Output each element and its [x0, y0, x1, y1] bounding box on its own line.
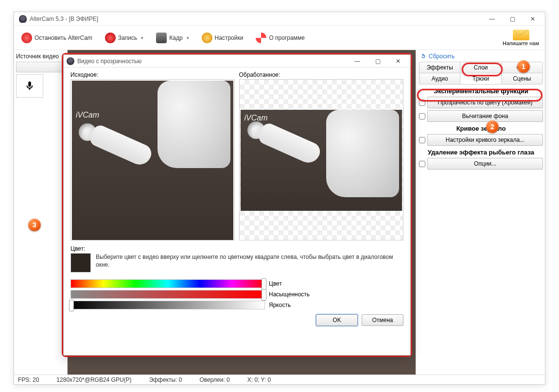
source-label: Источник видео — [16, 53, 65, 60]
hue-label: Цвет — [269, 280, 282, 287]
group-mirror: Кривое зеркало — [419, 125, 543, 132]
status-effects: Эффекты: 0 — [149, 376, 182, 383]
tab-scenes[interactable]: Сцены — [502, 73, 542, 84]
transparency-dialog: Видео с прозрачностью — ▢ ✕ Исходное: iV… — [63, 54, 411, 356]
source-dropdown[interactable] — [16, 62, 65, 72]
about-button[interactable]: О программе — [251, 30, 309, 46]
stop-button[interactable]: Остановить AlterCam — [17, 30, 97, 46]
group-experimental: Экспериментальные функции — [419, 87, 543, 95]
dialog-titlebar: Видео с прозрачностью — ▢ ✕ — [64, 55, 410, 68]
app-icon — [67, 57, 74, 65]
about-label: О программе — [269, 34, 304, 41]
brightness-label: Яркость — [269, 302, 291, 308]
ivcam-watermark: iVCam — [76, 111, 99, 119]
chromakey-row: Прозрачность по цвету (Хромакей) — [419, 97, 543, 108]
bgsub-checkbox[interactable] — [419, 113, 425, 119]
minimize-button[interactable]: — — [482, 12, 502, 26]
maximize-button[interactable]: ▢ — [502, 12, 523, 26]
gear-icon — [202, 33, 212, 43]
mail-button[interactable]: Напишите нам — [500, 29, 542, 47]
fisheye-checkbox[interactable] — [419, 161, 425, 167]
processed-label: Обработанное: — [239, 71, 404, 78]
chevron-down-icon: ▾ — [141, 35, 143, 40]
mirror-row: Настройки кривого зеркала... — [419, 134, 543, 146]
record-button[interactable]: Запись ▾ — [101, 30, 148, 46]
status-xy: X: 0; Y: 0 — [247, 376, 271, 383]
chromakey-button[interactable]: Прозрачность по цвету (Хромакей) — [427, 97, 543, 108]
chromakey-checkbox[interactable] — [419, 100, 425, 106]
toolbar: Остановить AlterCam Запись ▾ Кадр ▾ Наст… — [14, 26, 545, 50]
brightness-slider[interactable] — [70, 301, 265, 309]
record-icon — [105, 33, 116, 43]
reset-icon — [420, 53, 427, 60]
camera-icon — [156, 33, 167, 43]
reset-link[interactable]: Сбросить — [420, 53, 543, 60]
source-panel: Источник видео — [14, 50, 68, 375]
annotation-badge-2: 2 — [486, 120, 499, 133]
frame-button[interactable]: Кадр ▾ — [152, 30, 193, 46]
color-swatch[interactable] — [70, 253, 91, 273]
hue-slider[interactable] — [70, 279, 265, 288]
bgsub-row: Вычитание фона — [419, 110, 543, 122]
annotation-badge-3: 3 — [28, 219, 41, 231]
mirror-checkbox[interactable] — [419, 137, 425, 143]
close-button[interactable]: ✕ — [523, 12, 543, 26]
tab-effects[interactable]: Эффекты — [419, 62, 460, 73]
record-label: Запись — [118, 34, 137, 41]
chevron-down-icon: ▾ — [187, 35, 189, 40]
frame-label: Кадр — [169, 34, 182, 41]
window-title: AlterCam 5.3 - [В ЭФИРЕ] — [30, 16, 98, 22]
source-preview[interactable]: iVCam — [70, 79, 235, 240]
mic-icon — [24, 81, 35, 91]
lifebuoy-icon — [256, 33, 266, 43]
processed-preview[interactable]: iVCam — [239, 79, 403, 240]
dialog-close-button[interactable]: ✕ — [388, 54, 408, 68]
stop-icon — [21, 33, 32, 43]
color-label: Цвет: — [70, 245, 403, 252]
app-icon — [19, 15, 27, 23]
mic-button[interactable] — [16, 74, 43, 98]
saturation-label: Насыщенность — [269, 291, 310, 298]
bgsub-button[interactable]: Вычитание фона — [427, 110, 543, 122]
status-fps: FPS: 20 — [18, 376, 39, 383]
source-label: Исходное: — [70, 71, 235, 78]
ok-button[interactable]: OK — [316, 314, 358, 326]
fisheye-button[interactable]: Опции... — [427, 158, 543, 170]
fisheye-row: Опции... — [419, 158, 543, 170]
tab-tricks[interactable]: Трюки — [460, 73, 501, 84]
mail-label: Напишите нам — [503, 40, 539, 46]
settings-label: Настройки — [215, 34, 244, 41]
mail-icon — [513, 30, 529, 40]
tab-layers[interactable]: Слои — [460, 62, 501, 73]
tab-audio[interactable]: Аудио — [419, 73, 460, 84]
dialog-maximize-button[interactable]: ▢ — [367, 54, 388, 68]
status-bar: FPS: 20 1280x720*@RGB24 GPU(P) Эффекты: … — [14, 375, 545, 384]
settings-button[interactable]: Настройки — [197, 30, 248, 46]
mirror-button[interactable]: Настройки кривого зеркала... — [427, 134, 543, 146]
cancel-button[interactable]: Отмена — [362, 314, 403, 326]
options-panel: Сбросить Эффекты Слои Фон Аудио Трюки Сц… — [416, 50, 545, 375]
saturation-slider[interactable] — [70, 290, 265, 299]
color-hint: Выберите цвет с видео вверху или щелкнит… — [96, 253, 403, 269]
status-mode: 1280x720*@RGB24 GPU(P) — [56, 376, 131, 383]
dialog-title: Видео с прозрачностью — [77, 58, 141, 65]
status-overlays: Оверлеи: 0 — [200, 376, 230, 383]
stop-label: Остановить AlterCam — [35, 34, 92, 41]
group-fisheye: Удаление эффекта рыбьего глаза — [419, 149, 543, 156]
dialog-minimize-button[interactable]: — — [347, 54, 367, 68]
titlebar: AlterCam 5.3 - [В ЭФИРЕ] — ▢ ✕ — [14, 12, 545, 26]
annotation-badge-1: 1 — [517, 60, 530, 73]
